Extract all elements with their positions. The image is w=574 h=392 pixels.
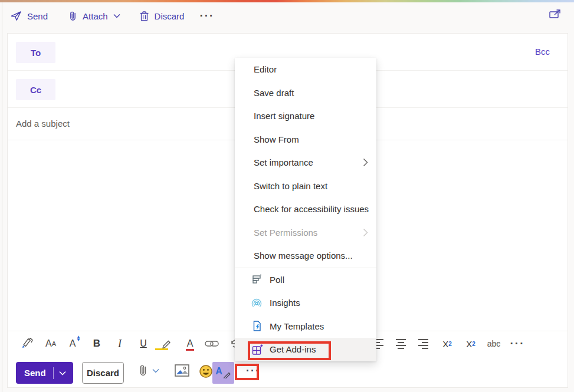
superscript-button[interactable]: X2	[438, 334, 456, 353]
menu-label: Set Permissions	[254, 228, 317, 238]
menu-item-save-draft[interactable]: Save draft	[235, 81, 376, 105]
paperclip-icon	[68, 11, 77, 22]
underline-button[interactable]: U	[135, 334, 152, 353]
draw-text-icon: A	[215, 366, 222, 377]
send-options-chevron-icon[interactable]	[54, 371, 71, 375]
bold-button[interactable]: B	[88, 334, 106, 353]
menu-item-poll[interactable]: Poll	[235, 268, 376, 292]
menu-item-check-accessibility[interactable]: Check for accessibility issues	[235, 197, 376, 221]
send-button-top[interactable]: Send	[11, 11, 48, 21]
strikethrough-button[interactable]: abc	[485, 334, 503, 353]
to-button[interactable]: To	[16, 42, 55, 63]
font-color-icon[interactable]: A	[181, 334, 199, 353]
formatting-options-toggle[interactable]: A	[212, 362, 234, 384]
font-icon[interactable]: AA	[42, 334, 60, 353]
discard-button-top[interactable]: Discard	[139, 11, 185, 22]
menu-item-editor[interactable]: Editor	[235, 58, 376, 81]
menu-item-get-addins[interactable]: Get Add-ins	[235, 338, 376, 361]
chevron-down-icon	[113, 14, 120, 18]
trash-icon	[139, 11, 149, 22]
discard-label: Discard	[155, 11, 185, 21]
font-size-icon[interactable]: A ▲▼	[64, 334, 81, 353]
align-right-icon[interactable]	[414, 334, 432, 353]
insert-image-button[interactable]	[175, 364, 189, 377]
cc-button[interactable]: Cc	[16, 79, 55, 100]
send-split-button[interactable]: Send	[16, 362, 73, 384]
addins-icon	[251, 344, 263, 355]
menu-label: Poll	[270, 275, 284, 285]
more-commands-button[interactable]: ···	[199, 13, 214, 19]
discard-button[interactable]: Discard	[82, 362, 124, 384]
attach-label: Attach	[83, 11, 108, 21]
send-label: Send	[27, 11, 48, 21]
send-icon	[11, 11, 22, 21]
insights-icon	[251, 297, 263, 309]
menu-item-set-permissions: Set Permissions	[235, 221, 376, 245]
align-center-icon[interactable]	[392, 334, 409, 353]
more-formatting-button[interactable]: ···	[509, 334, 526, 353]
menu-label: Insights	[270, 298, 300, 308]
poll-icon	[251, 274, 263, 285]
subscript-button[interactable]: X2	[462, 334, 480, 353]
menu-label: Set importance	[254, 157, 313, 167]
subject-placeholder: Add a subject	[16, 118, 70, 129]
menu-item-my-templates[interactable]: My Templates	[235, 315, 376, 338]
templates-icon	[251, 320, 263, 332]
menu-item-set-importance[interactable]: Set importance	[235, 151, 376, 174]
submenu-chevron-icon	[363, 228, 368, 237]
menu-label: My Templates	[270, 321, 324, 331]
menu-item-insert-signature[interactable]: Insert signature	[235, 104, 376, 128]
bcc-button[interactable]: Bcc	[535, 47, 550, 57]
menu-item-insights[interactable]: Insights	[235, 291, 376, 315]
attach-chevron-icon[interactable]	[152, 368, 159, 373]
compose-window: Send Attach Discard ··· To Bcc	[0, 0, 574, 392]
pane-divider	[2, 2, 2, 392]
italic-button[interactable]: I	[111, 334, 129, 353]
highlight-icon[interactable]	[158, 334, 176, 353]
attach-button-top[interactable]: Attach	[68, 11, 120, 22]
font-big-glyph: A	[45, 338, 52, 349]
submenu-chevron-icon	[363, 158, 368, 167]
emoji-button[interactable]	[199, 364, 213, 378]
menu-label: Get Add-ins	[270, 344, 316, 354]
send-label: Send	[16, 368, 46, 378]
compose-top-toolbar: Send Attach Discard ···	[2, 2, 574, 29]
link-icon[interactable]	[203, 334, 221, 353]
size-glyph: A	[70, 338, 76, 349]
format-painter-icon[interactable]	[18, 334, 36, 353]
menu-item-show-message-options[interactable]: Show message options...	[235, 244, 376, 268]
more-options-button[interactable]: ···	[246, 367, 260, 375]
menu-item-switch-plain-text[interactable]: Switch to plain text	[235, 174, 376, 198]
size-stepper-arrows: ▲▼	[76, 335, 81, 341]
attach-file-button[interactable]	[139, 364, 159, 377]
more-options-context-menu: Editor Save draft Insert signature Show …	[235, 58, 376, 361]
font-small-glyph: A	[52, 340, 56, 347]
menu-item-show-from[interactable]: Show From	[235, 128, 376, 151]
open-in-new-window-button[interactable]	[549, 9, 562, 20]
